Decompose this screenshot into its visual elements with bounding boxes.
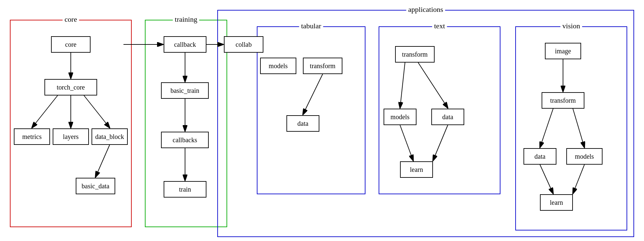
tabular-label: tabular [299, 22, 323, 30]
vision-transform-node: transform [542, 92, 584, 109]
torch-core-node: torch_core [44, 79, 97, 95]
tabular-transform-node: transform [303, 58, 342, 74]
text-transform-node: transform [395, 46, 435, 63]
callback-node: callback [164, 36, 206, 53]
vision-image-node: image [545, 43, 581, 59]
text-learn-node: learn [400, 161, 433, 178]
collab-node: collab [224, 36, 263, 53]
vision-models-node: models [566, 148, 603, 165]
layers-node: layers [53, 128, 89, 145]
vision-data-node: data [523, 148, 556, 165]
basic-data-node: basic_data [76, 178, 115, 194]
diagram: core training applications tabular text … [0, 0, 644, 241]
text-data-node: data [431, 109, 464, 125]
tabular-group: tabular [257, 26, 365, 194]
basic-train-node: basic_train [161, 82, 209, 99]
vision-label: vision [560, 22, 582, 30]
metrics-node: metrics [14, 128, 50, 145]
data-block-node: data_block [92, 128, 128, 145]
core-node: core [51, 36, 91, 53]
train-node: train [164, 181, 206, 198]
tabular-models-node: models [260, 58, 296, 74]
training-label: training [173, 15, 199, 24]
core-label: core [63, 15, 79, 24]
tabular-data-node: data [286, 115, 319, 132]
applications-label: applications [406, 5, 445, 14]
text-models-node: models [384, 109, 416, 125]
text-label: text [432, 22, 447, 30]
callbacks-node: callbacks [161, 132, 209, 148]
vision-learn-node: learn [540, 194, 573, 211]
